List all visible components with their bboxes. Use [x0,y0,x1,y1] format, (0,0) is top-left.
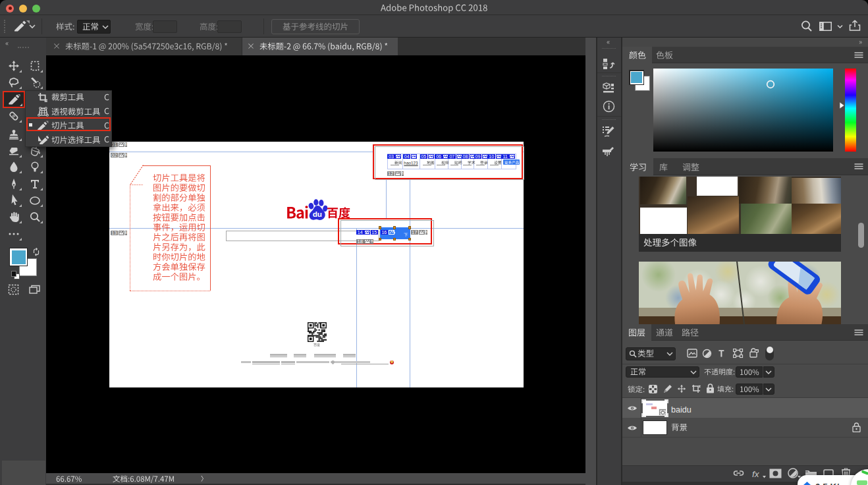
svg-text:du: du [312,210,321,218]
